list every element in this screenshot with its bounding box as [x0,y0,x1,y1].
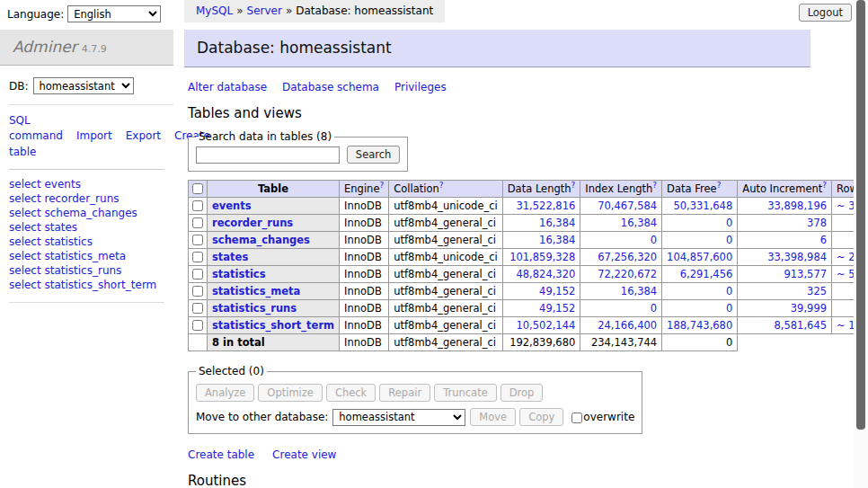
auto-increment-link[interactable]: 325 [807,285,827,297]
data-free-link[interactable]: 0 [726,217,732,229]
language-select[interactable]: English [67,5,161,22]
help-icon[interactable]: ? [379,181,384,190]
select-all-checkbox[interactable] [192,183,203,194]
data-length-link[interactable]: 49,152 [539,285,575,297]
create-view-link[interactable]: Create view [272,448,336,461]
sidebar: Language:English Adminer4.7.9 DB:homeass… [0,0,173,303]
data-free-link[interactable]: 0 [726,285,732,297]
tables-and-views-heading: Tables and views [188,105,810,121]
column-header-data-length: Data Length? [502,181,580,198]
check-button[interactable]: Check [326,384,376,402]
total-label: 8 in total [208,334,340,351]
index-length-link[interactable]: 0 [651,234,657,246]
sidebar-item-select-events[interactable]: select events [9,178,164,192]
sidebar-item-select-recorder-runs[interactable]: select recorder_runs [9,192,164,207]
overwrite-checkbox[interactable] [571,413,582,423]
index-length-link[interactable]: 16,384 [621,217,657,229]
sidebar-link-sql-command[interactable]: SQL command [9,114,63,142]
engine-cell: InnoDB [340,198,389,215]
help-icon[interactable]: ? [571,181,576,190]
index-length-link[interactable]: 16,384 [621,285,657,297]
table-link[interactable]: schema_changes [212,234,310,246]
index-length-link[interactable]: 72,220,672 [598,268,657,280]
help-icon[interactable]: ? [439,181,444,190]
tables-overview-table: Table Engine? Collation? Data Length? In… [188,180,868,351]
column-header-table: Table [208,181,340,198]
auto-increment-link[interactable]: 8,581,645 [775,319,828,332]
data-length-link[interactable]: 101,859,328 [509,251,575,263]
row-checkbox[interactable] [192,252,203,262]
privileges-link[interactable]: Privileges [394,81,447,93]
drop-button[interactable]: Drop [500,384,544,402]
auto-increment-link[interactable]: 33,398,984 [767,251,827,263]
vertical-scrollbar [854,0,868,488]
data-length-link[interactable]: 16,384 [539,217,575,229]
help-icon[interactable]: ? [717,181,722,190]
auto-increment-link[interactable]: 33,898,196 [767,200,827,212]
search-input[interactable] [196,146,340,164]
database-schema-link[interactable]: Database schema [282,81,379,93]
index-length-link[interactable]: 70,467,584 [598,200,657,212]
row-checkbox[interactable] [192,303,203,314]
auto-increment-link[interactable]: 378 [807,217,827,229]
auto-increment-link[interactable]: 39,999 [791,302,827,315]
index-length-link[interactable]: 24,166,400 [598,319,657,332]
total-data-length: 192,839,680 [502,334,580,351]
table-link[interactable]: statistics_meta [212,285,300,297]
help-icon[interactable]: ? [652,181,657,190]
sidebar-item-select-states[interactable]: select states [9,221,164,235]
row-checkbox[interactable] [192,235,203,245]
engine-cell: InnoDB [340,283,389,300]
adminer-logo-link[interactable]: Adminer [13,38,77,56]
move-database-select[interactable]: homeassistant [332,409,465,426]
data-free-link[interactable]: 188,743,680 [667,319,732,332]
total-index-length: 234,143,744 [580,334,662,351]
help-icon[interactable]: ? [822,181,827,190]
data-free-link[interactable]: 50,331,648 [673,200,732,212]
sidebar-item-select-statistics-runs[interactable]: select statistics_runs [9,264,164,279]
table-row: states InnoDB utf8mb4_unicode_ci 101,859… [189,249,868,266]
row-checkbox[interactable] [192,269,203,279]
search-legend: Search data in tables (8) [196,130,334,143]
sidebar-item-select-statistics-meta[interactable]: select statistics_meta [9,250,164,264]
analyze-button[interactable]: Analyze [196,384,254,402]
copy-button[interactable]: Copy [519,408,563,426]
table-link[interactable]: events [212,200,252,212]
sidebar-link-export[interactable]: Export [126,129,161,142]
db-select[interactable]: homeassistant [33,77,134,94]
table-link[interactable]: recorder_runs [212,217,293,229]
data-length-link[interactable]: 10,502,144 [516,319,575,332]
row-checkbox[interactable] [192,320,203,331]
data-free-link[interactable]: 104,857,600 [667,251,732,263]
table-link[interactable]: statistics_short_term [212,319,334,332]
create-table-link[interactable]: Create table [188,448,254,461]
table-link[interactable]: statistics_runs [212,302,297,315]
optimize-button[interactable]: Optimize [258,384,323,402]
data-free-link[interactable]: 6,291,456 [680,268,733,280]
move-button[interactable]: Move [470,408,516,426]
data-length-link[interactable]: 48,824,320 [516,268,575,280]
sidebar-link-import[interactable]: Import [76,129,112,142]
row-checkbox[interactable] [192,200,203,211]
data-free-link[interactable]: 0 [726,302,732,315]
truncate-button[interactable]: Truncate [434,384,497,402]
sidebar-item-select-statistics-short-term[interactable]: select statistics_short_term [9,279,164,293]
search-button[interactable]: Search [347,146,401,164]
data-length-link[interactable]: 31,522,816 [516,200,575,212]
table-link[interactable]: statistics [212,268,266,280]
auto-increment-link[interactable]: 6 [820,234,827,246]
repair-button[interactable]: Repair [379,384,430,402]
data-length-link[interactable]: 49,152 [539,302,575,315]
auto-increment-link[interactable]: 913,577 [784,268,827,280]
data-free-link[interactable]: 0 [726,234,732,246]
row-checkbox[interactable] [192,217,203,228]
data-length-link[interactable]: 16,384 [539,234,575,246]
scrollbar-thumb[interactable] [856,0,865,430]
sidebar-item-select-schema-changes[interactable]: select schema_changes [9,207,164,221]
row-checkbox[interactable] [192,286,203,297]
index-length-link[interactable]: 67,256,320 [598,251,657,263]
sidebar-item-select-statistics[interactable]: select statistics [9,235,164,250]
alter-database-link[interactable]: Alter database [188,81,267,93]
index-length-link[interactable]: 0 [651,302,657,315]
table-link[interactable]: states [212,251,248,263]
